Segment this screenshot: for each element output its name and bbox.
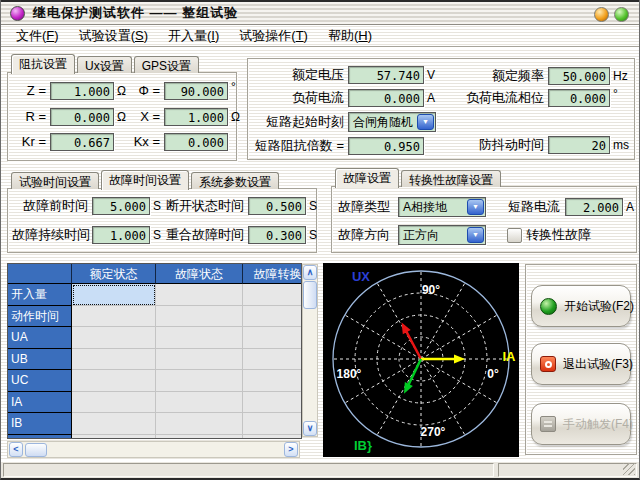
table-column-header: 故障转换 xyxy=(243,264,302,284)
table-cell[interactable] xyxy=(72,327,156,349)
evolving-fault-checkbox-label: 转换性故障 xyxy=(526,226,591,244)
tab-system-param-settings[interactable]: 系统参数设置 xyxy=(191,172,279,189)
x-input[interactable]: 1.000 xyxy=(164,108,228,126)
table-cell[interactable] xyxy=(72,413,156,435)
manual-trigger-button[interactable]: 手动触发(F4) xyxy=(531,403,631,445)
load-current-input[interactable]: 0.000 xyxy=(348,89,424,107)
table-row-label: IA xyxy=(8,392,72,414)
table-cell[interactable] xyxy=(72,392,156,414)
table-cell[interactable] xyxy=(72,284,156,306)
exit-test-label: 退出试验(F3) xyxy=(563,356,633,373)
tab-evolving-fault-settings[interactable]: 转换性故障设置 xyxy=(401,170,501,187)
scroll-right-icon[interactable]: > xyxy=(284,442,298,457)
table-cell[interactable] xyxy=(72,370,156,392)
table-cell[interactable] xyxy=(156,349,243,371)
scroll-up-icon[interactable]: ∧ xyxy=(303,265,317,280)
open-state-time-label: 断开状态时间 xyxy=(158,197,244,215)
horizontal-scroll-thumb[interactable] xyxy=(25,443,47,457)
table-cell[interactable] xyxy=(243,413,302,435)
fault-type-combo[interactable]: A相接地▼ xyxy=(398,197,486,217)
tab-fault-time-settings[interactable]: 故障时间设置 xyxy=(101,170,189,190)
r-input[interactable]: 0.000 xyxy=(50,108,114,126)
menu-bar: 文件(F) 试验设置(S) 开入量(I) 试验操作(T) 帮助(H) xyxy=(1,27,639,47)
table-cell[interactable] xyxy=(72,435,156,440)
chevron-down-icon[interactable]: ▼ xyxy=(467,199,484,215)
short-circuit-current-input[interactable]: 2.000 xyxy=(565,198,623,216)
load-current-phase-input[interactable]: 0.000 xyxy=(548,89,610,107)
table-cell[interactable] xyxy=(156,327,243,349)
phasor-spoke xyxy=(421,359,497,403)
z-input[interactable]: 1.000 xyxy=(50,82,114,100)
phi-unit: ° xyxy=(231,80,236,94)
load-current-phase-label: 负荷电流相位 xyxy=(456,89,544,107)
menu-test-settings[interactable]: 试验设置(S) xyxy=(69,25,158,48)
table-cell[interactable] xyxy=(243,370,302,392)
prefault-time-input[interactable]: 5.000 xyxy=(92,197,150,215)
table-cell[interactable] xyxy=(156,306,243,328)
table-cell[interactable] xyxy=(156,284,243,306)
kx-input[interactable]: 0.000 xyxy=(164,133,228,151)
impedance-multiplier-input[interactable]: 0.950 xyxy=(348,137,424,155)
phi-input[interactable]: 90.000 xyxy=(164,82,228,100)
debounce-time-input[interactable]: 20 xyxy=(548,136,610,154)
app-icon xyxy=(10,6,25,21)
vertical-scroll-thumb[interactable] xyxy=(303,281,317,309)
table-cell[interactable] xyxy=(156,370,243,392)
rated-voltage-unit: V xyxy=(427,68,435,82)
start-test-button[interactable]: 开始试验(F2) xyxy=(531,285,631,327)
menu-test-operation[interactable]: 试验操作(T) xyxy=(229,25,318,48)
load-current-label: 负荷电流 xyxy=(252,89,344,107)
resize-grip[interactable] xyxy=(623,463,635,475)
table-cell[interactable] xyxy=(156,392,243,414)
fault-duration-input[interactable]: 1.000 xyxy=(92,226,150,244)
table-cell[interactable] xyxy=(243,306,302,328)
reclose-fault-time-input[interactable]: 0.300 xyxy=(248,226,306,244)
tab-gps-settings[interactable]: GPS设置 xyxy=(134,56,199,73)
phi-label: Φ = xyxy=(130,82,160,100)
table-cell[interactable] xyxy=(243,349,302,371)
tab-ux-settings[interactable]: Ux设置 xyxy=(77,56,132,73)
chevron-down-icon[interactable]: ▼ xyxy=(417,114,434,130)
tab-impedance-settings[interactable]: 阻抗设置 xyxy=(11,54,75,74)
table-cell[interactable] xyxy=(243,392,302,414)
x-unit: Ω xyxy=(231,110,240,124)
tab-test-time-settings[interactable]: 试验时间设置 xyxy=(11,172,99,189)
kx-label: Kx = xyxy=(130,133,160,151)
rated-frequency-input[interactable]: 50.000 xyxy=(548,67,610,85)
kr-input[interactable]: 0.667 xyxy=(50,133,114,151)
table-row-label: UB xyxy=(8,349,72,371)
action-panel: 开始试验(F2) 退出试验(F3) 手动触发(F4) xyxy=(525,264,637,455)
manual-trigger-icon xyxy=(540,416,556,432)
table-horizontal-scrollbar[interactable]: < > xyxy=(7,441,300,458)
table-cell[interactable] xyxy=(156,435,243,440)
evolving-fault-checkbox[interactable] xyxy=(507,228,522,243)
fault-direction-combo[interactable]: 正方向▼ xyxy=(398,225,486,245)
phasor-channel-label: IB} xyxy=(354,438,372,453)
status-section-right xyxy=(498,463,637,477)
scroll-left-icon[interactable]: < xyxy=(9,442,23,457)
table-row-label: 动作时间 xyxy=(8,306,72,328)
scroll-down-icon[interactable]: ∨ xyxy=(303,421,317,436)
table-cell[interactable] xyxy=(243,284,302,306)
load-current-unit: A xyxy=(427,91,435,105)
rated-voltage-input[interactable]: 57.740 xyxy=(348,66,424,84)
table-cell[interactable] xyxy=(243,327,302,349)
manual-trigger-label: 手动触发(F4) xyxy=(563,416,633,433)
table-cell[interactable] xyxy=(156,413,243,435)
fault-start-time-combo[interactable]: 合闸角随机▼ xyxy=(348,112,436,132)
tab-fault-settings[interactable]: 故障设置 xyxy=(335,168,399,188)
chevron-down-icon[interactable]: ▼ xyxy=(467,227,484,243)
minimize-button[interactable] xyxy=(594,7,609,22)
table-corner-cell xyxy=(8,264,72,284)
menu-binary-input[interactable]: 开入量(I) xyxy=(158,25,229,48)
status-bar xyxy=(1,461,639,478)
table-cell[interactable] xyxy=(243,435,302,440)
menu-file[interactable]: 文件(F) xyxy=(6,25,69,48)
close-button[interactable] xyxy=(614,7,629,22)
menu-help[interactable]: 帮助(H) xyxy=(318,25,382,48)
table-vertical-scrollbar[interactable]: ∧ ∨ xyxy=(302,264,318,437)
table-cell[interactable] xyxy=(72,306,156,328)
open-state-time-input[interactable]: 0.500 xyxy=(248,197,306,215)
table-cell[interactable] xyxy=(72,349,156,371)
exit-test-button[interactable]: 退出试验(F3) xyxy=(531,343,631,385)
